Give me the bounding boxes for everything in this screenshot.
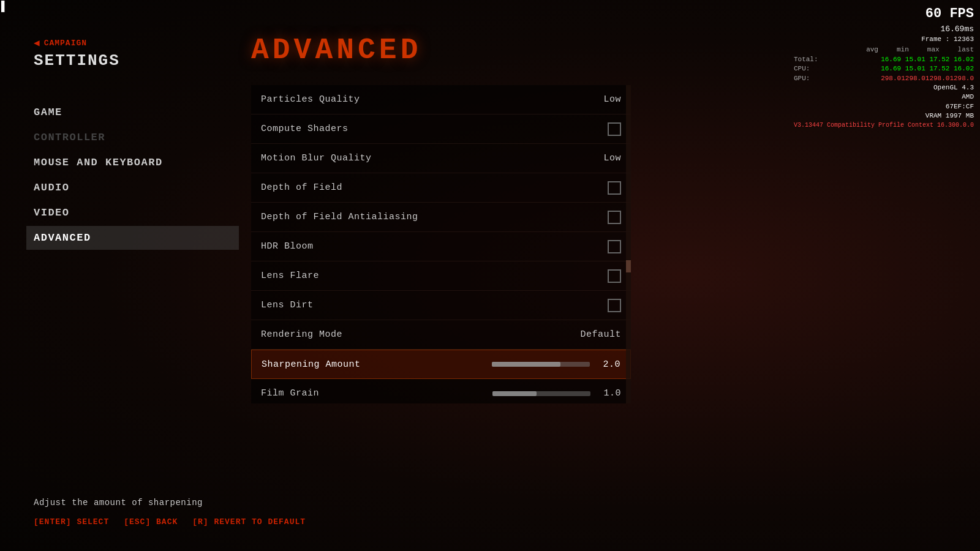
nav-menu: GAME CONTROLLER MOUSE AND KEYBOARD AUDIO…: [34, 100, 239, 250]
setting-sharpening[interactable]: Sharpening Amount 2.0: [251, 350, 631, 379]
control-esc: [ESC] BACK: [124, 517, 178, 527]
fps-overlay: 60 FPS 16.69ms Frame : 12363 avgminmaxla…: [794, 5, 974, 130]
back-arrow-icon: ◀: [34, 37, 40, 49]
hdr-label: HDR Bloom: [261, 241, 608, 252]
dof-aa-checkbox[interactable]: [608, 211, 621, 224]
fps-frame: Frame : 12363: [794, 35, 974, 44]
vendor-info: 67EF:CF: [794, 102, 974, 111]
setting-compute[interactable]: Compute Shaders: [251, 114, 631, 144]
film-grain-value: 1.0: [597, 388, 621, 399]
setting-render-mode[interactable]: Rendering Mode Default: [251, 320, 631, 350]
setting-particles[interactable]: Particles Quality Low: [251, 85, 631, 114]
compat-info: V3.13447 Compatibility Profile Context 1…: [794, 121, 974, 130]
sidebar: ◀ CAMPAIGN SETTINGS GAME CONTROLLER MOUS…: [0, 0, 239, 551]
film-grain-label: Film Grain: [261, 388, 441, 399]
cursor: ▌: [1, 1, 10, 10]
render-mode-value: Default: [572, 329, 621, 340]
amd-info: AMD: [794, 92, 974, 102]
sharpening-slider-fill: [492, 362, 560, 367]
control-enter: [ENTER] SELECT: [34, 517, 109, 527]
scrollbar[interactable]: [626, 85, 631, 403]
lens-flare-checkbox[interactable]: [608, 269, 621, 283]
sidebar-item-controller[interactable]: CONTROLLER: [34, 126, 239, 149]
dof-checkbox[interactable]: [608, 181, 621, 195]
film-grain-slider-fill: [492, 391, 537, 396]
sidebar-item-advanced[interactable]: ADVANCED: [26, 226, 239, 250]
sidebar-item-game[interactable]: GAME: [34, 100, 239, 124]
settings-title: SETTINGS: [34, 51, 239, 70]
gpu-vals: 298.01298.01298.01298.0: [881, 74, 974, 83]
hdr-checkbox[interactable]: [608, 240, 621, 253]
setting-lens-flare[interactable]: Lens Flare: [251, 261, 631, 291]
dof-aa-label: Depth of Field Antialiasing: [261, 212, 608, 222]
bottom-bar: Adjust the amount of sharpening [ENTER] …: [34, 498, 306, 527]
cpu-label: CPU:: [794, 64, 810, 73]
fps-ms: 16.69ms: [794, 24, 974, 35]
fps-counter: 60 FPS: [794, 5, 974, 24]
control-revert: [R] REVERT TO DEFAULT: [192, 517, 306, 527]
setting-dof[interactable]: Depth of Field: [251, 173, 631, 203]
sharpening-label: Sharpening Amount: [262, 359, 441, 370]
film-grain-slider-track[interactable]: [492, 391, 590, 396]
setting-lens-dirt[interactable]: Lens Dirt: [251, 291, 631, 320]
back-link[interactable]: ◀ CAMPAIGN: [34, 37, 239, 49]
setting-dof-aa[interactable]: Depth of Field Antialiasing: [251, 203, 631, 232]
sidebar-item-mouse[interactable]: MOUSE AND KEYBOARD: [34, 151, 239, 174]
motion-blur-label: Motion Blur Quality: [261, 153, 572, 163]
sharpening-slider-track[interactable]: [492, 362, 590, 367]
render-mode-label: Rendering Mode: [261, 329, 572, 340]
back-label: CAMPAIGN: [44, 39, 87, 48]
sidebar-item-video[interactable]: VIDEO: [34, 201, 239, 225]
sharpening-slider-container: 2.0: [441, 359, 620, 370]
lens-flare-label: Lens Flare: [261, 271, 608, 281]
total-label: Total:: [794, 55, 818, 64]
compute-checkbox[interactable]: [608, 122, 621, 136]
particles-label: Particles Quality: [261, 94, 572, 105]
setting-hdr[interactable]: HDR Bloom: [251, 232, 631, 261]
sidebar-item-audio[interactable]: AUDIO: [34, 176, 239, 200]
setting-film-grain[interactable]: Film Grain 1.0: [251, 379, 631, 403]
dof-label: Depth of Field: [261, 182, 608, 193]
total-vals: 16.69 15.01 17.52 16.02: [881, 55, 974, 64]
fps-table: avgminmaxlast Total: 16.69 15.01 17.52 1…: [794, 45, 974, 83]
sharpening-value: 2.0: [596, 359, 620, 370]
vram-info: VRAM 1997 MB: [794, 111, 974, 121]
gpu-label: GPU:: [794, 74, 810, 83]
scrollbar-thumb[interactable]: [626, 260, 631, 272]
settings-panel: Particles Quality Low Compute Shaders Mo…: [251, 85, 631, 403]
opengl-info: OpenGL 4.3: [794, 83, 974, 92]
film-grain-slider-container: 1.0: [441, 388, 621, 399]
compute-label: Compute Shaders: [261, 124, 608, 134]
lens-dirt-checkbox[interactable]: [608, 299, 621, 312]
cpu-vals: 16.69 15.01 17.52 16.02: [881, 64, 974, 73]
motion-blur-value: Low: [572, 153, 621, 163]
particles-value: Low: [572, 94, 621, 105]
controls-bar: [ENTER] SELECT [ESC] BACK [R] REVERT TO …: [34, 517, 306, 527]
setting-motion-blur[interactable]: Motion Blur Quality Low: [251, 144, 631, 173]
hint-text: Adjust the amount of sharpening: [34, 498, 306, 508]
lens-dirt-label: Lens Dirt: [261, 300, 608, 310]
